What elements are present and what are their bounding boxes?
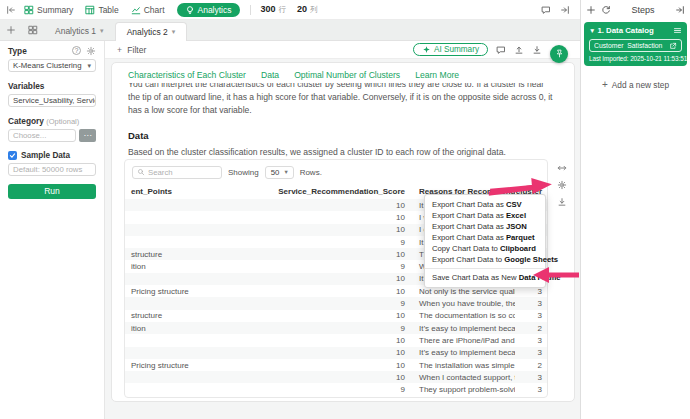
category-input[interactable]: Choose... xyxy=(8,129,76,142)
nav-item-chart[interactable]: Chart xyxy=(131,5,165,15)
cell-cluster: 3 xyxy=(515,336,547,345)
menu-separator xyxy=(425,268,545,269)
main-toolbar: + Filter AI Summary xyxy=(105,41,580,59)
caret-down-icon[interactable]: ▼ xyxy=(589,27,595,34)
section-links: Characteristics of Each ClusterDataOptim… xyxy=(112,63,574,80)
type-select[interactable]: K-Means Clustering ▾ xyxy=(8,59,96,72)
tab-analytics-1[interactable]: Analytics 1▾ xyxy=(44,21,115,40)
ai-sparkle-icon xyxy=(422,45,431,54)
search-input[interactable]: Search xyxy=(132,166,222,179)
nav-item-label: Analytics xyxy=(198,5,232,15)
summary-icon xyxy=(24,5,34,15)
refresh-icon[interactable] xyxy=(601,5,611,15)
ai-summary-button[interactable]: AI Summary xyxy=(413,43,488,56)
chart-icon xyxy=(131,5,141,15)
cell-points: structure xyxy=(125,250,237,259)
variables-value: Service_Usability, Service_... xyxy=(13,96,96,105)
cell-score: 10 xyxy=(237,213,405,222)
nav-item-table[interactable]: Table xyxy=(85,5,118,15)
cell-score: 10 xyxy=(237,348,405,357)
cell-score: 9 xyxy=(237,299,405,308)
export-icon[interactable] xyxy=(532,45,542,55)
analytics-list-icon[interactable] xyxy=(28,25,38,35)
plus-icon: + xyxy=(117,45,122,55)
data-section-title: Data xyxy=(128,130,558,141)
last-imported-text: Last Imported: 2025-10-21 11:53:51 PM xyxy=(589,55,682,62)
analytics-tabbar: Analytics 1▾Analytics 2▾ xyxy=(0,20,580,41)
add-new-step-button[interactable]: + Add a new step xyxy=(581,79,690,90)
link-characteristics-of-each-cluster[interactable]: Characteristics of Each Cluster xyxy=(128,70,246,80)
tab-analytics-2[interactable]: Analytics 2▾ xyxy=(115,22,188,41)
type-value: K-Means Clustering xyxy=(13,61,81,70)
category-options-button[interactable]: ⋯ xyxy=(79,129,96,142)
ai-summary-label: AI Summary xyxy=(434,45,479,54)
collapse-panel-icon[interactable] xyxy=(675,5,685,15)
variables-input[interactable]: Service_Usability, Service_... xyxy=(8,94,96,107)
rows-per-page-select[interactable]: 50 ▾ xyxy=(265,166,294,179)
search-placeholder: Search xyxy=(148,168,173,177)
help-icon[interactable]: ? xyxy=(72,46,81,55)
col-unit: 列 xyxy=(310,5,318,15)
dataset-button[interactable]: Customer_Satisfaction_Survey xyxy=(589,39,682,52)
nav-item-summary[interactable]: Summary xyxy=(24,5,73,15)
variables-label: Variables xyxy=(8,81,44,91)
table-row[interactable]: 9When you have trouble, the support staf… xyxy=(125,297,547,309)
row-unit: 行 xyxy=(279,5,287,15)
column-header-points[interactable]: ent_Points xyxy=(125,187,237,196)
menu-item-export-chart-data-as-parquet[interactable]: Export Chart Data as Parquet xyxy=(425,232,545,243)
menu-item-export-chart-data-as-csv[interactable]: Export Chart Data as CSV xyxy=(425,199,545,210)
column-header-score[interactable]: Service_Recommendation_Score xyxy=(237,187,405,196)
menu-item-save-chart-data-as-new-data-frame[interactable]: Save Chart Data as New Data Frame xyxy=(425,272,545,283)
hamburger-icon[interactable] xyxy=(673,26,682,35)
steps-header: Steps xyxy=(581,0,690,20)
collapse-left-icon[interactable] xyxy=(6,5,16,15)
menu-item-export-chart-data-as-excel[interactable]: Export Chart Data as Excel xyxy=(425,210,545,221)
sample-data-checkbox[interactable] xyxy=(8,151,17,160)
link-learn-more[interactable]: Learn More xyxy=(415,70,459,80)
showing-label: Showing xyxy=(228,168,259,177)
step-card-data-catalog[interactable]: ▼ 1. Data Catalog Customer_Satisfaction_… xyxy=(584,22,687,66)
add-analytics-icon[interactable] xyxy=(6,25,16,35)
sample-size-placeholder: Default: 50000 rows xyxy=(13,165,82,174)
sample-size-input[interactable]: Default: 50000 rows xyxy=(8,163,96,176)
cell-cluster: 3 xyxy=(515,373,547,382)
cell-score: 10 xyxy=(237,336,405,345)
analytics-sidebar: Type ? K-Means Clustering ▾ Variables Se… xyxy=(0,41,105,419)
table-row[interactable]: structure10The documentation is so compr… xyxy=(125,310,547,322)
app: SummaryTableChartAnalytics 300 行 20 列 An… xyxy=(0,0,690,419)
table-row[interactable]: Pricing structure10The installation was … xyxy=(125,359,547,371)
table-controls: Search Showing 50 ▾ Rows. xyxy=(125,160,547,184)
link-data[interactable]: Data xyxy=(261,70,279,80)
dataset-stats: 300 行 20 列 xyxy=(261,4,326,15)
add-filter-button[interactable]: + Filter xyxy=(117,45,146,55)
cell-cluster: 2 xyxy=(515,361,547,370)
table-row[interactable]: 9They support problem-solving not only t… xyxy=(125,383,547,395)
menu-item-copy-chart-data-to-clipboard[interactable]: Copy Chart Data to Clipboard xyxy=(425,243,545,254)
menu-item-export-chart-data-as-json[interactable]: Export Chart Data as JSON xyxy=(425,221,545,232)
chevron-down-icon: ▾ xyxy=(87,62,91,70)
comment-icon[interactable] xyxy=(496,45,506,55)
intro-paragraph: You can interpret the characteristics of… xyxy=(128,83,558,117)
gear-icon[interactable] xyxy=(86,46,96,56)
table-row[interactable]: ition9It’s easy to implement because you… xyxy=(125,322,547,334)
nav-item-analytics[interactable]: Analytics xyxy=(177,3,240,17)
navbar-items: SummaryTableChartAnalytics xyxy=(24,3,240,17)
cell-cluster: 3 xyxy=(515,287,547,296)
row-count: 300 xyxy=(261,4,276,14)
table-row[interactable]: 10There are iPhone/iPad and Android apps… xyxy=(125,334,547,346)
analytics-icon xyxy=(185,5,195,15)
table-export-icon[interactable] xyxy=(557,197,567,207)
run-button[interactable]: Run xyxy=(8,184,96,199)
chat-icon[interactable] xyxy=(541,5,551,15)
table-row[interactable]: 10It’s easy to implement because you can… xyxy=(125,347,547,359)
add-step-icon[interactable] xyxy=(586,5,596,15)
table-row[interactable]: 10When I contacted support, they gave me… xyxy=(125,371,547,383)
tab-label: Analytics 2 xyxy=(127,27,168,37)
collapse-right-icon[interactable] xyxy=(560,5,570,15)
resize-columns-icon[interactable] xyxy=(557,163,567,173)
link-optimal-number-of-clusters[interactable]: Optimal Number of Clusters xyxy=(294,70,400,80)
menu-item-export-chart-data-to-google-sheets[interactable]: Export Chart Data to Google Sheets xyxy=(425,254,545,265)
table-settings-icon[interactable] xyxy=(557,180,567,190)
pin-button[interactable] xyxy=(550,45,568,63)
share-icon[interactable] xyxy=(514,45,524,55)
